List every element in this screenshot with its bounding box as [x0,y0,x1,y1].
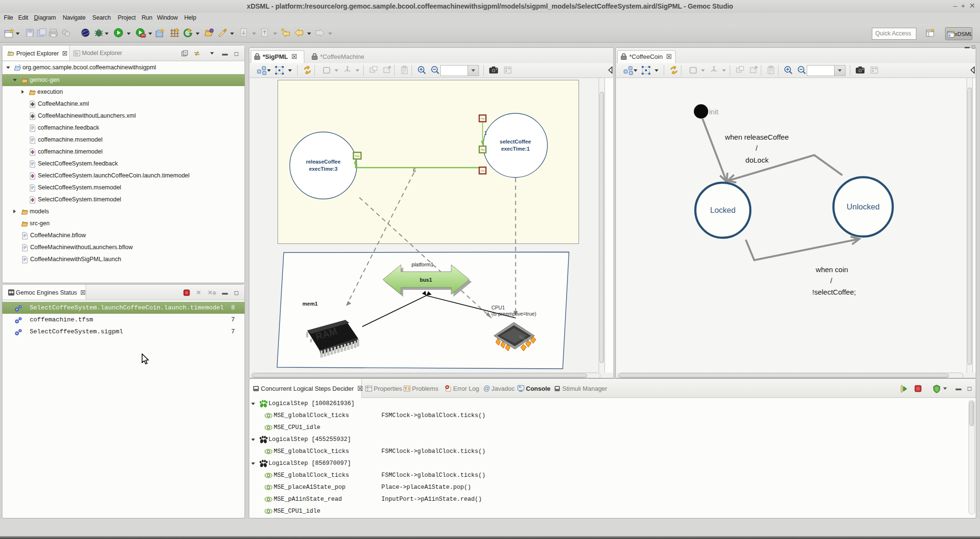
svg-text:platform1: platform1 [412,262,434,267]
svg-text:1: 1 [484,131,487,136]
svg-text:execTime:1: execTime:1 [501,146,530,152]
svg-text:/: / [830,276,833,285]
svg-text:CPU1: CPU1 [491,305,505,310]
svg-text:Unlocked: Unlocked [846,202,880,211]
svg-text:6: 6 [413,167,416,173]
svg-text:when coin: when coin [815,265,848,274]
svg-text:mem1: mem1 [302,301,318,307]
svg-text:selectCoffee: selectCoffee [500,139,531,144]
svg-text:/: / [756,144,758,152]
svg-text:bus1: bus1 [420,277,432,283]
svg-text:execTime:3: execTime:3 [309,166,338,172]
svg-text:!selectCoffee;: !selectCoffee; [812,288,856,296]
svg-text:(is preemptive=true): (is preemptive=true) [491,311,536,317]
svg-text:init: init [709,108,719,116]
svg-text:when releaseCoffee: when releaseCoffee [724,133,789,141]
svg-text:releaseCoffee: releaseCoffee [306,159,340,165]
svg-text:Locked: Locked [710,206,735,214]
svg-text:doLock: doLock [746,156,769,164]
